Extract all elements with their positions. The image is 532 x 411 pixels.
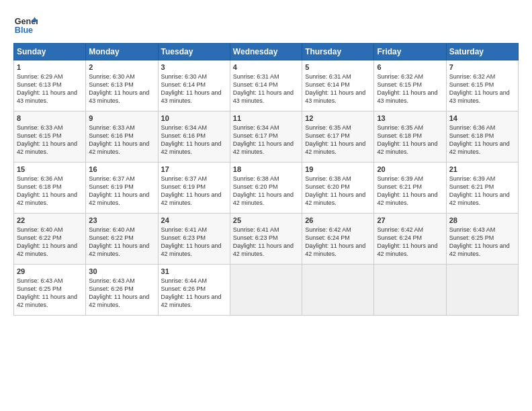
week-row-2: 8Sunrise: 6:33 AMSunset: 6:15 PMDaylight… (14, 111, 519, 163)
day-info: Sunrise: 6:30 AMSunset: 6:14 PMDaylight:… (161, 73, 222, 104)
calendar-cell: 6Sunrise: 6:32 AMSunset: 6:15 PMDaylight… (374, 60, 446, 111)
day-number: 23 (89, 216, 154, 224)
day-number: 17 (161, 165, 227, 173)
page: General Blue SundayMondayTuesdayWednesda… (0, 0, 532, 411)
calendar-cell: 9Sunrise: 6:33 AMSunset: 6:16 PMDaylight… (86, 111, 158, 163)
day-number: 15 (17, 165, 83, 173)
day-info: Sunrise: 6:33 AMSunset: 6:16 PMDaylight:… (89, 124, 149, 155)
day-number: 30 (89, 267, 154, 275)
day-number: 20 (377, 165, 443, 173)
calendar-cell: 13Sunrise: 6:35 AMSunset: 6:18 PMDayligh… (374, 111, 446, 163)
day-header-wednesday: Wednesday (230, 44, 302, 60)
day-number: 31 (161, 267, 227, 275)
day-info: Sunrise: 6:32 AMSunset: 6:15 PMDaylight:… (449, 73, 510, 104)
day-number: 27 (377, 216, 443, 224)
day-number: 29 (17, 267, 83, 275)
header-row: SundayMondayTuesdayWednesdayThursdayFrid… (14, 44, 519, 60)
calendar-cell: 8Sunrise: 6:33 AMSunset: 6:15 PMDaylight… (14, 111, 86, 163)
day-info: Sunrise: 6:33 AMSunset: 6:15 PMDaylight:… (17, 124, 77, 155)
day-header-thursday: Thursday (302, 44, 374, 60)
day-info: Sunrise: 6:43 AMSunset: 6:25 PMDaylight:… (17, 277, 77, 308)
calendar-cell (446, 265, 518, 316)
day-number: 25 (233, 216, 299, 224)
day-number: 7 (449, 63, 515, 71)
calendar-cell: 25Sunrise: 6:41 AMSunset: 6:23 PMDayligh… (230, 214, 302, 265)
day-info: Sunrise: 6:40 AMSunset: 6:22 PMDaylight:… (89, 226, 149, 257)
day-number: 21 (449, 165, 515, 173)
calendar-cell: 27Sunrise: 6:42 AMSunset: 6:24 PMDayligh… (374, 214, 446, 265)
day-header-tuesday: Tuesday (158, 44, 230, 60)
day-number: 11 (233, 114, 299, 122)
calendar-cell: 24Sunrise: 6:41 AMSunset: 6:23 PMDayligh… (158, 214, 230, 265)
calendar-cell: 5Sunrise: 6:31 AMSunset: 6:14 PMDaylight… (302, 60, 374, 111)
day-number: 3 (161, 63, 227, 71)
day-number: 10 (161, 114, 227, 122)
day-info: Sunrise: 6:44 AMSunset: 6:26 PMDaylight:… (161, 277, 222, 308)
calendar-cell: 22Sunrise: 6:40 AMSunset: 6:22 PMDayligh… (14, 214, 86, 265)
calendar-cell: 17Sunrise: 6:37 AMSunset: 6:19 PMDayligh… (158, 163, 230, 214)
day-info: Sunrise: 6:39 AMSunset: 6:21 PMDaylight:… (377, 175, 437, 206)
day-number: 26 (305, 216, 371, 224)
day-info: Sunrise: 6:34 AMSunset: 6:17 PMDaylight:… (233, 124, 294, 155)
calendar-cell (374, 265, 446, 316)
day-info: Sunrise: 6:43 AMSunset: 6:26 PMDaylight:… (89, 277, 149, 308)
day-info: Sunrise: 6:35 AMSunset: 6:18 PMDaylight:… (377, 124, 437, 155)
calendar-cell: 29Sunrise: 6:43 AMSunset: 6:25 PMDayligh… (14, 265, 86, 316)
day-number: 22 (17, 216, 83, 224)
calendar-cell: 19Sunrise: 6:38 AMSunset: 6:20 PMDayligh… (302, 163, 374, 214)
calendar-cell: 23Sunrise: 6:40 AMSunset: 6:22 PMDayligh… (86, 214, 158, 265)
calendar-cell: 20Sunrise: 6:39 AMSunset: 6:21 PMDayligh… (374, 163, 446, 214)
day-number: 1 (17, 63, 83, 71)
week-row-3: 15Sunrise: 6:36 AMSunset: 6:18 PMDayligh… (14, 163, 519, 214)
calendar-cell: 28Sunrise: 6:43 AMSunset: 6:25 PMDayligh… (446, 214, 518, 265)
svg-text:Blue: Blue (15, 26, 33, 35)
calendar-cell: 11Sunrise: 6:34 AMSunset: 6:17 PMDayligh… (230, 111, 302, 163)
calendar-cell: 15Sunrise: 6:36 AMSunset: 6:18 PMDayligh… (14, 163, 86, 214)
day-info: Sunrise: 6:43 AMSunset: 6:25 PMDaylight:… (449, 226, 510, 257)
day-number: 2 (89, 63, 154, 71)
day-info: Sunrise: 6:31 AMSunset: 6:14 PMDaylight:… (233, 73, 294, 104)
day-info: Sunrise: 6:29 AMSunset: 6:13 PMDaylight:… (17, 73, 77, 104)
day-info: Sunrise: 6:40 AMSunset: 6:22 PMDaylight:… (17, 226, 77, 257)
week-row-5: 29Sunrise: 6:43 AMSunset: 6:25 PMDayligh… (14, 265, 519, 316)
calendar-cell: 7Sunrise: 6:32 AMSunset: 6:15 PMDaylight… (446, 60, 518, 111)
day-info: Sunrise: 6:32 AMSunset: 6:15 PMDaylight:… (377, 73, 437, 104)
week-row-4: 22Sunrise: 6:40 AMSunset: 6:22 PMDayligh… (14, 214, 519, 265)
header: General Blue (13, 12, 519, 36)
calendar-cell: 21Sunrise: 6:39 AMSunset: 6:21 PMDayligh… (446, 163, 518, 214)
calendar-cell: 30Sunrise: 6:43 AMSunset: 6:26 PMDayligh… (86, 265, 158, 316)
week-row-1: 1Sunrise: 6:29 AMSunset: 6:13 PMDaylight… (14, 60, 519, 111)
day-info: Sunrise: 6:30 AMSunset: 6:13 PMDaylight:… (89, 73, 149, 104)
day-number: 6 (377, 63, 443, 71)
calendar-cell: 26Sunrise: 6:42 AMSunset: 6:24 PMDayligh… (302, 214, 374, 265)
day-header-monday: Monday (86, 44, 158, 60)
day-header-friday: Friday (374, 44, 446, 60)
day-number: 13 (377, 114, 443, 122)
day-info: Sunrise: 6:38 AMSunset: 6:20 PMDaylight:… (233, 175, 294, 206)
calendar-cell (230, 265, 302, 316)
calendar-cell: 10Sunrise: 6:34 AMSunset: 6:16 PMDayligh… (158, 111, 230, 163)
day-info: Sunrise: 6:37 AMSunset: 6:19 PMDaylight:… (161, 175, 222, 206)
logo-icon: General Blue (13, 12, 38, 36)
day-info: Sunrise: 6:36 AMSunset: 6:18 PMDaylight:… (17, 175, 77, 206)
calendar-cell: 4Sunrise: 6:31 AMSunset: 6:14 PMDaylight… (230, 60, 302, 111)
day-number: 14 (449, 114, 515, 122)
calendar-table: SundayMondayTuesdayWednesdayThursdayFrid… (13, 43, 519, 316)
day-number: 5 (305, 63, 371, 71)
day-header-saturday: Saturday (446, 44, 518, 60)
day-number: 4 (233, 63, 299, 71)
calendar-cell: 31Sunrise: 6:44 AMSunset: 6:26 PMDayligh… (158, 265, 230, 316)
day-info: Sunrise: 6:34 AMSunset: 6:16 PMDaylight:… (161, 124, 222, 155)
day-number: 8 (17, 114, 83, 122)
calendar-cell: 1Sunrise: 6:29 AMSunset: 6:13 PMDaylight… (14, 60, 86, 111)
calendar-cell (302, 265, 374, 316)
day-number: 9 (89, 114, 154, 122)
calendar-cell: 16Sunrise: 6:37 AMSunset: 6:19 PMDayligh… (86, 163, 158, 214)
calendar-cell: 18Sunrise: 6:38 AMSunset: 6:20 PMDayligh… (230, 163, 302, 214)
day-info: Sunrise: 6:38 AMSunset: 6:20 PMDaylight:… (305, 175, 365, 206)
day-number: 16 (89, 165, 154, 173)
day-number: 12 (305, 114, 371, 122)
day-number: 18 (233, 165, 299, 173)
day-info: Sunrise: 6:39 AMSunset: 6:21 PMDaylight:… (449, 175, 510, 206)
logo: General Blue (13, 12, 38, 36)
